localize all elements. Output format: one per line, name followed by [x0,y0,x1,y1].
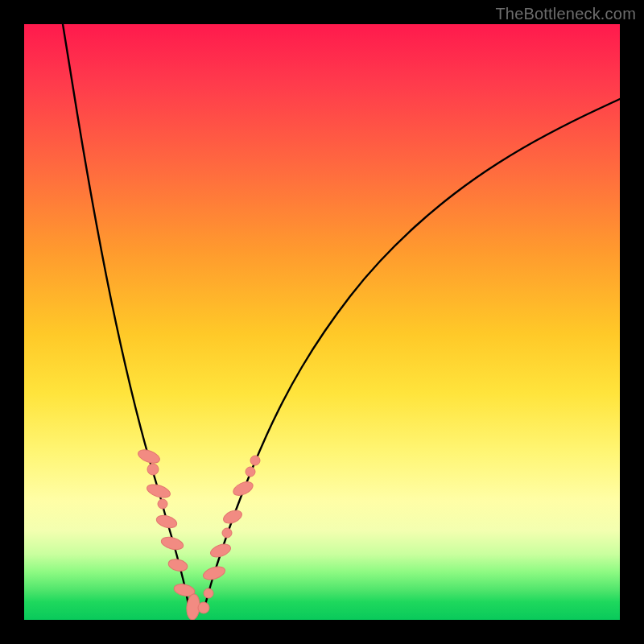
marker-pill [160,535,185,552]
marker-pill [231,479,254,498]
marker-pill [202,564,227,582]
marker-pill [136,448,161,466]
plot-area [24,24,620,620]
marker-dot [222,528,232,538]
chart-frame: TheBottleneck.com [0,0,644,644]
marker-pill [146,482,172,501]
marker-pill [167,557,189,572]
watermark-text: TheBottleneck.com [495,5,636,23]
marker-dot [147,464,159,475]
marker-group [136,448,260,620]
chart-svg [24,24,620,620]
marker-dot [158,499,167,509]
marker-pill [221,508,244,526]
curve-segment [205,99,620,605]
marker-pill [208,542,232,559]
marker-dot [246,467,255,477]
marker-pill [155,514,179,530]
marker-dot [250,456,260,465]
marker-dot [204,588,213,598]
marker-dot [198,602,209,613]
